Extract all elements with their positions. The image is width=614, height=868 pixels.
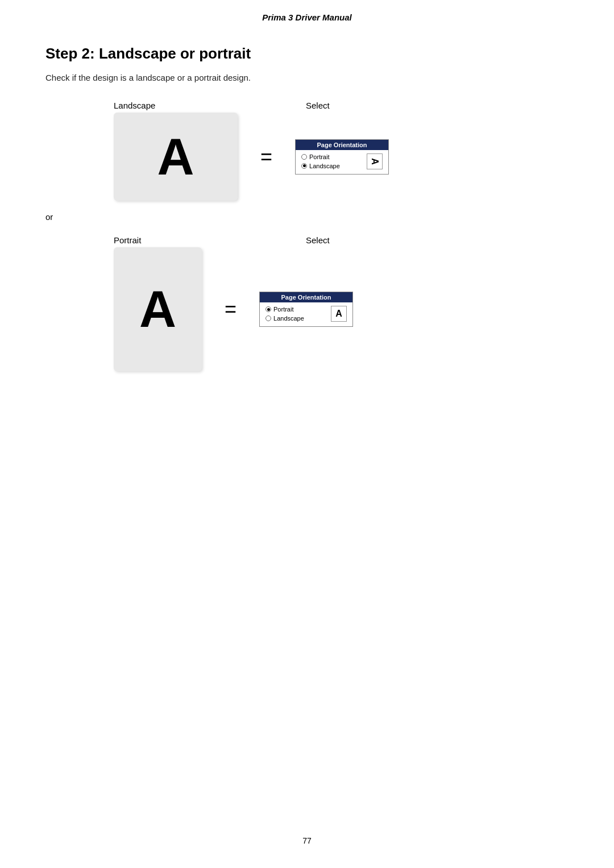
landscape-landscape-option: Landscape: [301, 163, 340, 169]
portrait-equals: =: [225, 297, 237, 321]
landscape-orientation-widget: Page Orientation Portrait Landscape: [295, 139, 389, 175]
step-title: Step 2: Landscape or portrait: [45, 45, 569, 63]
landscape-portrait-option: Portrait: [301, 153, 340, 160]
portrait-portrait-radio: [265, 306, 271, 312]
landscape-a-icon: A: [367, 153, 383, 169]
landscape-landscape-radio: [301, 163, 307, 169]
landscape-card: A: [114, 113, 238, 201]
landscape-portrait-radio: [301, 154, 307, 160]
portrait-widget-header: Page Orientation: [260, 292, 352, 302]
portrait-letter: A: [139, 284, 176, 335]
portrait-label: Portrait: [114, 235, 238, 245]
landscape-widget-header: Page Orientation: [296, 140, 388, 150]
landscape-letter: A: [157, 131, 194, 182]
header-title: Prima 3 Driver Manual: [262, 13, 352, 22]
landscape-equals: =: [260, 145, 272, 169]
portrait-select-label: Select: [306, 235, 330, 245]
portrait-portrait-option: Portrait: [265, 306, 304, 313]
landscape-select-label: Select: [306, 101, 330, 110]
portrait-card: A: [114, 247, 202, 371]
portrait-orientation-widget: Page Orientation Portrait Landscape: [259, 292, 353, 327]
or-text: or: [45, 212, 569, 222]
portrait-landscape-radio: [265, 315, 271, 321]
page-header: Prima 3 Driver Manual: [0, 0, 614, 28]
page-number: 77: [0, 836, 614, 845]
intro-text: Check if the design is a landscape or a …: [45, 73, 569, 82]
portrait-landscape-option: Landscape: [265, 315, 304, 322]
landscape-label: Landscape: [114, 101, 238, 110]
portrait-a-icon: A: [331, 306, 347, 322]
